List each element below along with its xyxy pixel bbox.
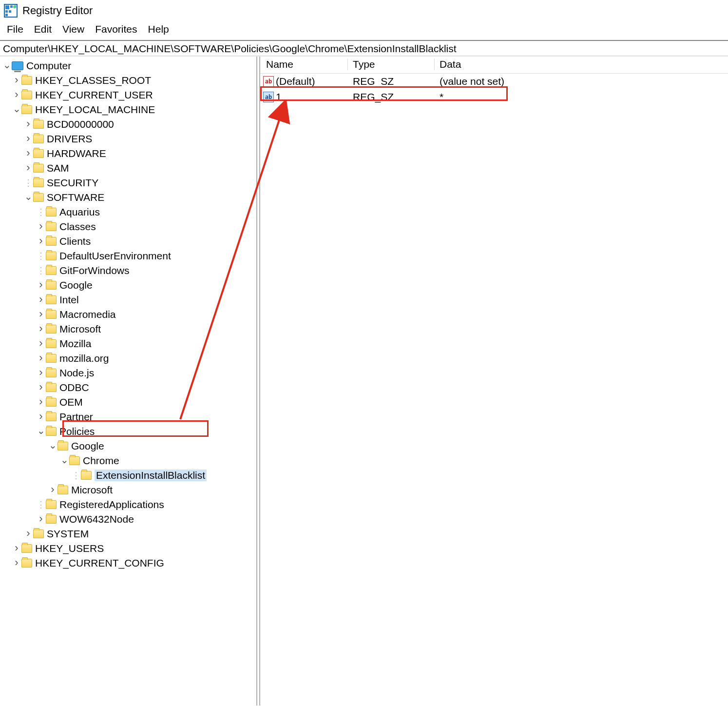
expand-icon[interactable] (59, 455, 69, 467)
tree-item[interactable]: SAM (0, 161, 256, 176)
menu-help[interactable]: Help (148, 23, 169, 35)
tree-item[interactable]: Google (0, 278, 256, 293)
tree-item[interactable]: Classes (0, 219, 256, 234)
expand-icon[interactable] (36, 381, 46, 394)
tree-policies-google[interactable]: Google (0, 439, 256, 453)
values-pane[interactable]: Name Type Data ab (Default) REG_SZ (valu… (260, 57, 728, 706)
menu-edit[interactable]: Edit (34, 23, 52, 35)
expand-icon[interactable] (36, 279, 46, 292)
expand-icon[interactable] (23, 162, 33, 175)
tree-item[interactable]: Mozilla (0, 336, 256, 351)
expand-icon[interactable] (36, 396, 46, 409)
tree-policies[interactable]: Policies (0, 424, 256, 439)
expand-icon[interactable] (36, 426, 46, 437)
tree-item-label: Microsoft (59, 323, 101, 335)
address-bar[interactable]: Computer\HKEY_LOCAL_MACHINE\SOFTWARE\Pol… (0, 40, 728, 56)
expand-icon[interactable] (36, 513, 46, 526)
value-row-1[interactable]: ab 1 REG_SZ * (260, 89, 728, 105)
expand-icon[interactable] (36, 220, 46, 233)
tree-hkcu[interactable]: HKEY_CURRENT_USER (0, 88, 256, 102)
expand-icon[interactable] (23, 118, 33, 131)
tree-pane[interactable]: Computer HKEY_CLASSES_ROOT HKEY_CURRENT_… (0, 57, 256, 706)
tree-item[interactable]: DefaultUserEnvironment (0, 249, 256, 263)
tree-item[interactable]: DRIVERS (0, 132, 256, 146)
tree-item[interactable]: Aquarius (0, 205, 256, 219)
tree-item[interactable]: SECURITY (0, 176, 256, 190)
tree-software[interactable]: SOFTWARE (0, 190, 256, 205)
tree-extension-install-blacklist[interactable]: ExtensionInstallBlacklist (0, 468, 256, 483)
expand-icon[interactable] (48, 484, 57, 496)
tree-line (23, 177, 33, 188)
tree-item[interactable]: HARDWARE (0, 146, 256, 161)
value-name: (Default) (276, 76, 315, 87)
tree-item[interactable]: Macromedia (0, 307, 256, 322)
tree-item[interactable]: Intel (0, 293, 256, 307)
expand-icon[interactable] (36, 337, 46, 350)
tree-policies-microsoft[interactable]: Microsoft (0, 483, 256, 497)
svg-point-7 (13, 5, 16, 8)
tree-item[interactable]: Microsoft (0, 322, 256, 336)
tree-item-label: SECURITY (47, 177, 98, 189)
tree-line (71, 470, 81, 481)
tree-root-computer[interactable]: Computer (0, 59, 256, 73)
tree-item[interactable]: OEM (0, 395, 256, 410)
tree-item-label: Google (71, 440, 104, 452)
expand-icon[interactable] (36, 411, 46, 423)
tree-hku[interactable]: HKEY_USERS (0, 541, 256, 556)
expand-icon[interactable] (36, 367, 46, 379)
tree-item[interactable]: GitForWindows (0, 263, 256, 278)
expand-icon[interactable] (23, 528, 33, 540)
svg-rect-1 (5, 5, 9, 9)
folder-icon (46, 266, 57, 275)
expand-icon[interactable] (36, 308, 46, 321)
expand-icon[interactable] (23, 192, 33, 203)
expand-icon[interactable] (36, 235, 46, 248)
folder-icon (21, 76, 32, 85)
col-header-name[interactable]: Name (260, 59, 348, 70)
folder-icon (46, 383, 57, 392)
tree-item[interactable]: WOW6432Node (0, 512, 256, 527)
tree-item[interactable]: ODBC (0, 380, 256, 395)
title-bar: Registry Editor (0, 0, 728, 20)
value-data: (value not set) (435, 76, 728, 87)
tree-chrome[interactable]: Chrome (0, 453, 256, 468)
expand-icon[interactable] (12, 542, 21, 555)
expand-icon[interactable] (48, 440, 57, 452)
tree-item[interactable]: Node.js (0, 366, 256, 380)
expand-icon[interactable] (23, 147, 33, 160)
col-header-data[interactable]: Data (435, 59, 728, 70)
tree-item-label: Aquarius (59, 206, 100, 218)
tree-item[interactable]: RegisteredApplications (0, 497, 256, 512)
expand-icon[interactable] (36, 323, 46, 335)
tree-item[interactable]: BCD00000000 (0, 117, 256, 132)
tree-item[interactable]: SYSTEM (0, 527, 256, 541)
tree-hklm[interactable]: HKEY_LOCAL_MACHINE (0, 102, 256, 117)
expand-icon[interactable] (36, 352, 46, 365)
tree-item[interactable]: Partner (0, 410, 256, 424)
expand-icon[interactable] (12, 104, 21, 116)
tree-item-label: BCD00000000 (47, 118, 114, 130)
expand-icon[interactable] (12, 89, 21, 101)
col-header-type[interactable]: Type (348, 59, 435, 70)
expand-icon[interactable] (12, 557, 21, 569)
tree-item-label: SYSTEM (47, 528, 89, 540)
folder-icon (46, 310, 57, 319)
folder-icon (33, 530, 44, 538)
value-row-default[interactable]: ab (Default) REG_SZ (value not set) (260, 74, 728, 89)
svg-rect-4 (5, 10, 8, 13)
tree-hkcc[interactable]: HKEY_CURRENT_CONFIG (0, 556, 256, 570)
folder-icon (33, 135, 44, 143)
tree-item-label: Mozilla (59, 338, 91, 350)
tree-hkcr[interactable]: HKEY_CLASSES_ROOT (0, 73, 256, 88)
expand-icon[interactable] (23, 133, 33, 145)
expand-icon[interactable] (2, 60, 12, 72)
tree-item[interactable]: mozilla.org (0, 351, 256, 366)
expand-icon[interactable] (36, 294, 46, 306)
tree-item[interactable]: Clients (0, 234, 256, 249)
folder-icon (46, 369, 57, 377)
menu-view[interactable]: View (62, 23, 84, 35)
pane-splitter[interactable] (256, 57, 260, 706)
menu-file[interactable]: File (7, 23, 23, 35)
menu-favorites[interactable]: Favorites (95, 23, 137, 35)
expand-icon[interactable] (12, 74, 21, 87)
